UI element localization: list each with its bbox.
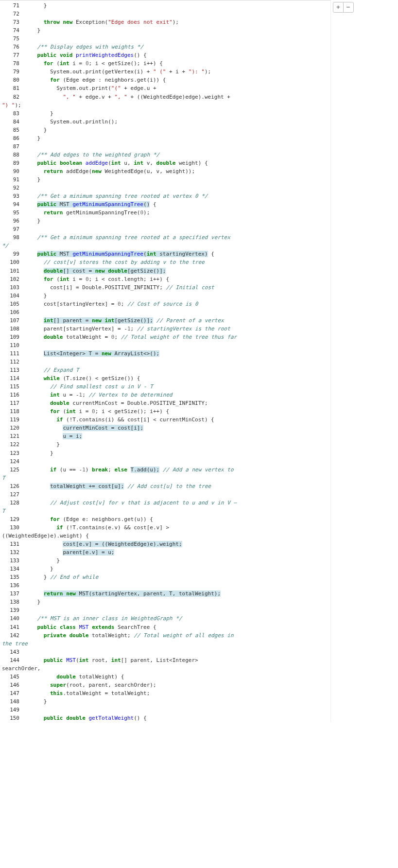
line-number: 72	[2, 10, 24, 18]
code-line: while (T.size() < getSize()) {	[24, 375, 140, 382]
code-line: }	[24, 218, 40, 224]
code-line: return addEdge(new WeightedEdge(u, v, we…	[24, 168, 195, 174]
line-number: 143	[2, 648, 24, 656]
line-number: 122	[2, 440, 24, 449]
code-line: public MST getMinimumSpanningTree(int st…	[24, 251, 214, 257]
line-number: 140	[2, 614, 24, 623]
line-number: 80	[2, 76, 24, 84]
line-number: 146	[2, 681, 24, 689]
line-number: 149	[2, 706, 24, 714]
code-line-wrap: ((WeightedEdge)e).weight) {	[2, 533, 89, 539]
code-line-wrap: */	[2, 243, 8, 249]
line-number: 88	[2, 151, 24, 159]
code-line: for (Edge e: neighbors.get(u)) {	[24, 516, 153, 522]
code-line: cost[e.v] = ((WeightedEdge)e).weight;	[24, 541, 182, 547]
code-line-wrap: ") ");	[2, 102, 21, 108]
line-number: 123	[2, 449, 24, 457]
line-number: 133	[2, 556, 24, 565]
code-line: cost[i] = Double.POSITIVE_INFINITY; // I…	[24, 284, 214, 291]
code-line: parent[e.v] = u;	[24, 549, 114, 556]
line-number: 104	[2, 292, 24, 300]
line-number: 91	[2, 175, 24, 184]
zoom-buttons: + −	[333, 2, 354, 13]
code-line-wrap: searchOrder,	[2, 665, 40, 672]
line-number: 75	[2, 35, 24, 43]
line-number: 94	[2, 200, 24, 208]
line-number: 110	[2, 341, 24, 349]
code-line: }	[24, 450, 53, 456]
zoom-out-button[interactable]: −	[344, 2, 353, 12]
line-number: 79	[2, 68, 24, 76]
code-line: /** Get a minimum spanning tree rooted a…	[24, 193, 208, 199]
line-number: 98	[2, 233, 24, 242]
code-line: public void printWeightedEdges() {	[24, 52, 147, 58]
code-line-wrap: T	[2, 508, 5, 514]
line-number: 118	[2, 407, 24, 416]
code-line: public class MST extends SearchTree {	[24, 624, 156, 630]
line-number: 86	[2, 134, 24, 142]
code-line: List<Integer> T = new ArrayList<>();	[24, 350, 159, 357]
code-line: for (int i = 0; i < cost.length; i++) {	[24, 276, 169, 282]
line-number: 142	[2, 631, 24, 640]
code-line: ", " + edge.v + ", " + ((WeightedEdge)ed…	[24, 94, 234, 100]
code-line: for (int i = 0; i < getSize(); i++) {	[24, 60, 163, 67]
line-number: 78	[2, 59, 24, 68]
line-number: 77	[2, 51, 24, 59]
code-line: }	[24, 127, 47, 133]
code-line-wrap: T	[2, 475, 5, 481]
line-number: 139	[2, 606, 24, 614]
code-line: if (!T.contains(i) && cost[i] < currentM…	[24, 417, 214, 423]
code-line: // Find smallest cost u in V - T	[24, 383, 153, 390]
code-line: cost[startingVertex] = 0; // Cost of sou…	[24, 301, 198, 307]
code-line: public MST(int root, int[] parent, List<…	[24, 657, 201, 663]
line-number: 107	[2, 316, 24, 325]
code-line-wrap: the tree	[2, 641, 28, 647]
code-line: }	[24, 27, 40, 34]
line-number: 74	[2, 26, 24, 35]
code-line: System.out.print("(" + edge.u +	[24, 85, 156, 91]
code-line: this.totalWeight = totalWeight;	[24, 690, 150, 696]
line-number: 85	[2, 126, 24, 134]
line-number: 108	[2, 325, 24, 333]
code-line: return new MST(startingVertex, parent, T…	[24, 590, 221, 597]
code-area[interactable]: 71 } 72 73 throw new Exception("Edge doe…	[0, 0, 330, 722]
line-number: 150	[2, 714, 24, 722]
line-number: 132	[2, 548, 24, 556]
zoom-in-button[interactable]: +	[333, 2, 344, 12]
line-number: 117	[2, 399, 24, 407]
code-line: System.out.println();	[24, 119, 118, 125]
code-line: totalWeight += cost[u]; // Add cost[u] t…	[24, 483, 211, 489]
line-number: 81	[2, 84, 24, 92]
line-number: 93	[2, 192, 24, 200]
line-number: 97	[2, 225, 24, 233]
code-line: double totalWeight) {	[24, 674, 124, 680]
code-line: public boolean addEdge(int u, int v, dou…	[24, 160, 208, 166]
line-number: 135	[2, 573, 24, 581]
line-number: 145	[2, 673, 24, 681]
code-line: throw new Exception("Edge does not exit"…	[24, 19, 179, 25]
code-line: // cost[v] stores the cost by adding v t…	[24, 259, 205, 265]
line-number: 111	[2, 349, 24, 358]
line-number: 121	[2, 432, 24, 440]
line-number: 83	[2, 109, 24, 118]
code-line: // Adjust cost[v] for v that is adjacent…	[24, 500, 240, 506]
line-number: 147	[2, 689, 24, 697]
line-number: 134	[2, 565, 24, 573]
line-number: 131	[2, 540, 24, 548]
line-number: 144	[2, 656, 24, 664]
code-line: }	[24, 110, 53, 117]
line-number: 125	[2, 466, 24, 474]
code-line: }	[24, 2, 47, 9]
code-line: return getMinimumSpanningTree(0);	[24, 209, 150, 216]
code-line: }	[24, 557, 60, 564]
line-number: 76	[2, 43, 24, 51]
code-line: double[] cost = new double[getSize()];	[24, 268, 166, 274]
tool-column: + −	[330, 0, 398, 722]
code-line: }	[24, 599, 40, 605]
line-number: 71	[2, 1, 24, 10]
code-line: if (u == -1) break; else T.add(u); // Ad…	[24, 467, 237, 473]
code-line: }	[24, 293, 47, 299]
code-line: super(root, parent, searchOrder);	[24, 682, 156, 688]
code-line: // Expand T	[24, 367, 79, 373]
line-number: 129	[2, 515, 24, 523]
